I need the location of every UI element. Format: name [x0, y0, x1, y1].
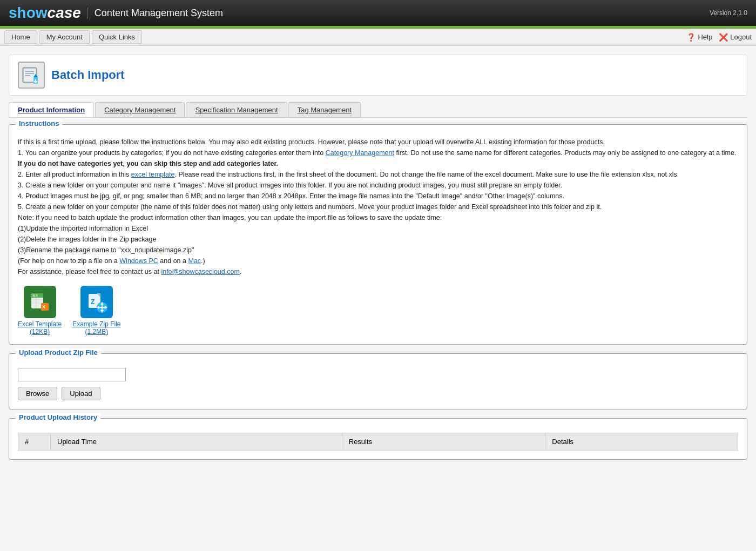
svg-text:X: X: [42, 304, 45, 310]
windows-pc-link[interactable]: Windows PC: [119, 257, 158, 265]
zip-icon: Z: [80, 286, 113, 318]
nav-right: ❓ Help ❌ Logout: [686, 33, 752, 42]
logout-action[interactable]: ❌ Logout: [719, 33, 752, 42]
col-number: #: [18, 433, 51, 451]
history-table: # Upload Time Results Details: [18, 433, 738, 451]
logo-show: show: [9, 4, 48, 21]
zip-file-size: (1.2MB): [85, 328, 109, 335]
app-header: showcase Content Management System Versi…: [0, 0, 756, 26]
upload-controls: Browse Upload: [18, 387, 738, 400]
zip-file-label: Example Zip File: [72, 320, 120, 328]
main-content: Batch Import Product Information Categor…: [0, 46, 756, 551]
nav-left: Home My Account Quick Links: [4, 30, 142, 44]
history-table-wrapper: # Upload Time Results Details: [18, 433, 738, 451]
excel-template-size: (12KB): [30, 328, 50, 335]
tabs: Product Information Category Management …: [9, 102, 747, 118]
instruction-line-4: 4. Product images must be jpg, gif, or p…: [18, 191, 738, 201]
page-header: Batch Import: [9, 55, 747, 96]
help-action[interactable]: ❓ Help: [686, 33, 712, 42]
tab-tag-management[interactable]: Tag Management: [288, 102, 361, 117]
instruction-step-2: (2)Delete the images folder in the Zip p…: [18, 234, 738, 245]
col-upload-time: Upload Time: [51, 433, 342, 451]
instruction-line-5: 5. Create a new folder on your computer …: [18, 201, 738, 212]
instruction-step-3: (3)Rename the package name to "xxx_noupd…: [18, 245, 738, 256]
instruction-contact: For assistance, please feel free to cont…: [18, 266, 738, 277]
mac-link[interactable]: Mac: [188, 257, 201, 265]
instruction-note: Note: if you need to batch update the pr…: [18, 212, 738, 223]
instructions-content: If this is a first time upload, please f…: [18, 137, 738, 277]
excel-template-link[interactable]: excel template: [131, 171, 175, 178]
zip-svg: Z: [86, 291, 107, 313]
nav-quick-links[interactable]: Quick Links: [92, 30, 142, 44]
help-label: Help: [698, 33, 712, 41]
nav-my-account[interactable]: My Account: [39, 30, 90, 44]
svg-text:XLS: XLS: [32, 294, 38, 297]
app-title: Content Management System: [87, 8, 223, 19]
logo: showcase: [9, 4, 81, 22]
download-section: XLS X Excel Template (12KB): [18, 286, 738, 335]
upload-section: Upload Product Zip File Browse Upload: [9, 353, 747, 409]
instruction-line-2: 2. Enter all product information in this…: [18, 169, 738, 180]
instruction-zip-help: (For help on how to zip a file on a Wind…: [18, 256, 738, 266]
excel-svg: XLS X: [29, 291, 51, 313]
instruction-step-1: (1)Update the imported information in Ex…: [18, 223, 738, 234]
upload-button[interactable]: Upload: [62, 387, 100, 400]
history-section: Product Upload History # Upload Time Res…: [9, 418, 747, 460]
instructions-legend: Instructions: [16, 119, 62, 127]
file-path-input[interactable]: [18, 368, 126, 381]
tab-specification-management[interactable]: Specification Management: [186, 102, 287, 117]
version-text: Version 2.1.0: [710, 9, 747, 17]
upload-legend: Upload Product Zip File: [16, 348, 101, 357]
tab-category-management[interactable]: Category Management: [95, 102, 185, 117]
svg-text:Z: Z: [91, 298, 94, 306]
col-details: Details: [545, 433, 738, 451]
history-legend: Product Upload History: [16, 413, 100, 421]
table-header-row: # Upload Time Results Details: [18, 433, 738, 451]
upload-form: Browse Upload: [18, 368, 738, 400]
excel-icon: XLS X: [24, 286, 56, 318]
navbar: Home My Account Quick Links ❓ Help ❌ Log…: [0, 29, 756, 46]
zip-download[interactable]: Z Example Zip File (1.2MB): [72, 286, 120, 335]
category-management-link[interactable]: Category Management: [326, 149, 394, 157]
tab-product-information[interactable]: Product Information: [9, 102, 94, 117]
page-title: Batch Import: [51, 68, 125, 82]
batch-import-icon: [22, 65, 41, 85]
nav-home[interactable]: Home: [4, 30, 37, 44]
instruction-line-1: 1. You can organize your products by cat…: [18, 147, 738, 158]
help-icon: ❓: [686, 33, 696, 42]
logout-icon: ❌: [719, 33, 728, 42]
col-results: Results: [342, 433, 545, 451]
excel-template-label: Excel Template: [18, 320, 62, 328]
instructions-section: Instructions If this is a first time upl…: [9, 124, 747, 345]
page-icon: [18, 62, 45, 89]
browse-button[interactable]: Browse: [18, 387, 57, 400]
instruction-line-3: 3. Create a new folder on your computer …: [18, 180, 738, 191]
logout-label: Logout: [730, 33, 752, 41]
instruction-line-0: If this is a first time upload, please f…: [18, 137, 738, 147]
email-link[interactable]: info@showcasecloud.com: [161, 268, 239, 276]
excel-download[interactable]: XLS X Excel Template (12KB): [18, 286, 62, 335]
logo-case: case: [48, 4, 81, 21]
instruction-bold-note: If you do not have categories yet, you c…: [18, 158, 738, 169]
